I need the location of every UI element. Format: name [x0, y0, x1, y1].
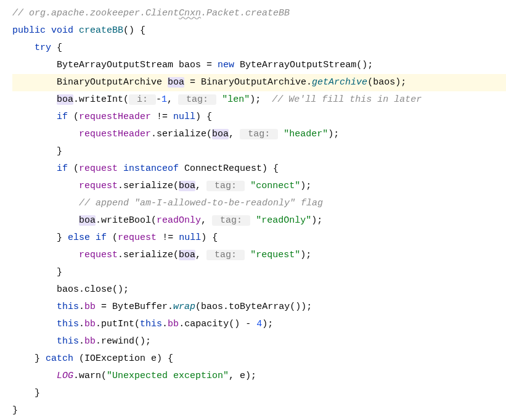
inlay-hint-tag: tag: [240, 129, 278, 139]
call: .warn( [73, 371, 107, 381]
var-boa: boa [168, 77, 184, 88]
catch-sig: (IOException e) { [73, 353, 173, 364]
var-boa: boa [212, 129, 229, 139]
sig-paren: () { [123, 25, 145, 36]
brace: } [57, 267, 62, 278]
var-boa: boa [179, 181, 195, 191]
field-request: request [79, 250, 118, 260]
method-getArchive: getArchive [312, 77, 367, 88]
call: .writeInt( [73, 94, 129, 105]
field-request: request [79, 181, 118, 191]
kw-public: public [12, 25, 46, 36]
brace: } [35, 388, 40, 398]
stmt: baos.close(); [57, 284, 129, 295]
num-1: 1 [161, 94, 167, 105]
field-requestHeader: requestHeader [79, 112, 151, 122]
comment-line: // org.apache.zookeeper.Client [12, 8, 179, 19]
kw-try: try [35, 43, 51, 53]
call: .serialize( [118, 181, 179, 191]
call: .writeBool( [96, 215, 157, 226]
neq: != [151, 112, 173, 122]
var-boa: boa [79, 215, 96, 226]
eq: = BinaryOutputArchive. [184, 77, 312, 88]
type: ByteArrayOutputStream [57, 60, 179, 70]
kw-new: new [218, 60, 234, 70]
comment-fill: // We'll fill this in later [272, 94, 422, 105]
field-LOG: LOG [57, 371, 73, 381]
inlay-hint-tag: tag: [178, 94, 216, 105]
brace: } [57, 146, 62, 157]
var-boa: boa [57, 94, 73, 105]
close: ); [328, 129, 339, 139]
dot: . [79, 302, 84, 312]
comma: , [195, 181, 206, 191]
brace: } [35, 353, 40, 364]
minus: - [156, 94, 161, 105]
comment-append: // append "am-I-allowed-to-be-readonly" … [79, 198, 323, 208]
tail: , e); [229, 371, 256, 381]
str-len: "len" [222, 94, 250, 105]
kw-null: null [179, 233, 201, 243]
comment-typo: Cnxn [179, 8, 201, 19]
call: .putInt( [96, 319, 140, 329]
args: (baos.toByteArray()); [195, 302, 312, 312]
comma: , [201, 215, 212, 226]
call: .rewind(); [96, 336, 151, 347]
kw-this: this [57, 336, 79, 347]
brace: ) { [201, 233, 218, 243]
call: .capacity() - [179, 319, 256, 329]
kw-else: else [68, 233, 90, 243]
close: ); [250, 94, 261, 105]
kw-catch: catch [46, 353, 73, 364]
field-bb: bb [168, 319, 179, 329]
dot: . [79, 336, 84, 347]
kw-if: if [57, 163, 68, 174]
field-request: request [79, 163, 118, 174]
paren: ( [107, 233, 118, 243]
str-header: "header" [284, 129, 328, 139]
close: ); [311, 215, 322, 226]
inlay-hint-tag: tag: [206, 250, 245, 260]
kw-this: this [57, 302, 79, 312]
str-readOnly: "readOnly" [256, 215, 311, 226]
brace: { [51, 43, 62, 53]
type: BinaryOutputArchive [57, 77, 168, 88]
comma: , [167, 94, 178, 105]
dot: . [162, 319, 168, 329]
brace: } [57, 233, 62, 243]
args: (baos); [367, 77, 406, 88]
kw-if: if [96, 233, 107, 243]
kw-void: void [51, 25, 73, 36]
type: ConnectRequest) { [179, 163, 279, 174]
call: .serialize( [118, 250, 179, 260]
str-unexpected: "Unexpected exception" [107, 371, 229, 381]
field-requestHeader: requestHeader [79, 129, 151, 139]
brace: } [12, 405, 18, 416]
comma: , [229, 129, 240, 139]
inlay-hint-tag: tag: [212, 215, 250, 226]
field-request: request [118, 233, 157, 243]
field-bb: bb [84, 336, 96, 347]
code-block: // org.apache.zookeeper.ClientCnxn.Packe… [0, 5, 506, 419]
assign: = ByteBuffer. [96, 302, 173, 312]
var-baos: baos [179, 60, 201, 70]
kw-null: null [173, 112, 195, 122]
method-wrap: wrap [173, 302, 195, 312]
kw-this: this [140, 319, 162, 329]
brace: ) { [195, 112, 212, 122]
close: ); [262, 319, 273, 329]
kw-this: this [57, 319, 79, 329]
str-request: "request" [250, 250, 300, 260]
comment-line: .Packet.createBB [201, 8, 290, 19]
ctor: ByteArrayOutputStream(); [234, 60, 373, 70]
method-name: createBB [79, 25, 123, 36]
num-4: 4 [256, 319, 262, 329]
field-bb: bb [84, 302, 96, 312]
neq: != [157, 233, 179, 243]
paren: ( [68, 163, 79, 174]
call: .serialize( [151, 129, 212, 139]
close: ); [300, 181, 311, 191]
paren: ( [68, 112, 79, 122]
field-readOnly: readOnly [157, 215, 201, 226]
field-bb: bb [84, 319, 96, 329]
